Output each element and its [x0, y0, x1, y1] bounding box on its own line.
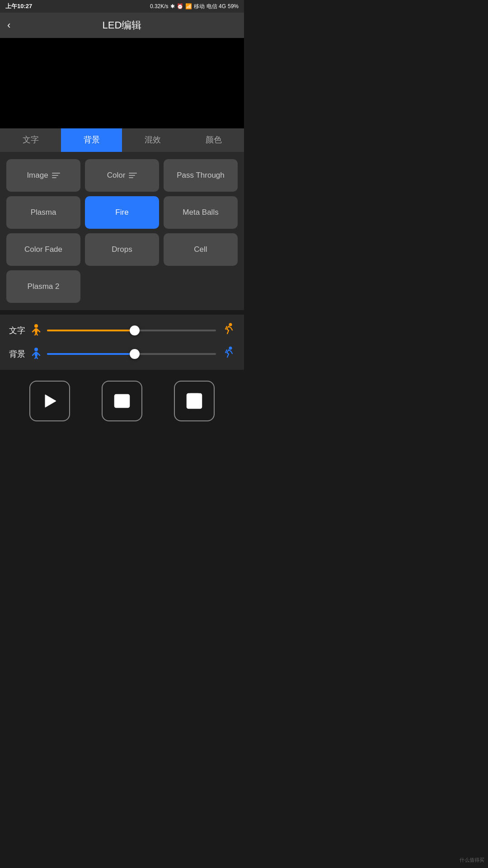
effect-grid: Image Color Pass Through Plasma Fire Met… [6, 159, 238, 303]
effect-colorfade-label: Color Fade [24, 245, 62, 254]
gallery-icon [112, 391, 132, 411]
effect-plasma-label: Plasma [31, 208, 56, 217]
status-carrier2: 电信 4G [206, 3, 226, 10]
tab-mix[interactable]: 混效 [122, 128, 183, 152]
tab-text[interactable]: 文字 [0, 128, 61, 152]
text-speed-track [47, 330, 216, 331]
status-right: 0.32K/s ✱ ⏰ 📶 移动 电信 4G 59% [150, 3, 239, 10]
bg-person-icon [32, 347, 41, 361]
svg-point-13 [229, 347, 232, 350]
save-button[interactable] [174, 381, 215, 421]
play-icon [40, 391, 60, 411]
gallery-button[interactable] [102, 381, 142, 421]
svg-rect-19 [191, 401, 198, 406]
menu-icon [129, 173, 137, 178]
svg-line-5 [36, 333, 38, 335]
effect-color-label: Color [107, 171, 126, 180]
effect-image[interactable]: Image [6, 159, 80, 192]
effect-passthrough-label: Pass Through [177, 171, 225, 180]
status-bt: ✱ [170, 3, 175, 9]
svg-point-0 [34, 324, 38, 328]
text-speed-fill [47, 330, 135, 331]
text-speed-slider[interactable] [47, 325, 216, 336]
page-title: LED编辑 [103, 19, 142, 32]
status-battery: 59% [228, 3, 239, 9]
svg-line-2 [33, 330, 35, 332]
bg-run-icon [222, 346, 235, 362]
header: ‹ LED编辑 [0, 13, 244, 38]
svg-line-9 [33, 353, 35, 355]
status-network: 0.32K/s [150, 3, 169, 9]
svg-marker-14 [45, 395, 56, 407]
menu-icon [52, 173, 60, 178]
bg-speed-row: 背景 [9, 346, 235, 362]
text-speed-thumb[interactable] [130, 326, 140, 335]
effect-plasma2-label: Plasma 2 [28, 282, 60, 291]
effect-fire[interactable]: Fire [85, 196, 159, 229]
bg-speed-fill [47, 353, 135, 355]
bottom-toolbar [0, 373, 244, 432]
status-bar: 上午10:27 0.32K/s ✱ ⏰ 📶 移动 电信 4G 59% [0, 0, 244, 13]
svg-point-6 [229, 323, 232, 326]
effect-cell[interactable]: Cell [164, 233, 238, 266]
effect-drops[interactable]: Drops [85, 233, 159, 266]
back-button[interactable]: ‹ [7, 19, 10, 31]
effect-colorfade[interactable]: Color Fade [6, 233, 80, 266]
effect-cell-label: Cell [194, 245, 207, 254]
effect-metaballs-label: Meta Balls [183, 208, 218, 217]
tab-color[interactable]: 颜色 [183, 128, 244, 152]
text-person-icon [32, 324, 41, 338]
effect-metaballs[interactable]: Meta Balls [164, 196, 238, 229]
text-speed-label: 文字 [9, 325, 25, 336]
tab-bar: 文字 背景 混效 颜色 [0, 128, 244, 152]
play-button[interactable] [29, 381, 70, 421]
save-icon [184, 391, 204, 411]
svg-rect-1 [35, 328, 38, 333]
preview-area [0, 38, 244, 128]
speed-controls: 文字 [0, 315, 244, 370]
svg-rect-15 [115, 395, 129, 407]
bg-speed-slider[interactable] [47, 349, 216, 359]
effect-plasma[interactable]: Plasma [6, 196, 80, 229]
svg-rect-8 [35, 352, 38, 356]
effect-fire-label: Fire [115, 208, 128, 217]
svg-line-10 [38, 353, 40, 355]
status-alarm: ⏰ [177, 3, 183, 9]
text-speed-row: 文字 [9, 323, 235, 338]
tab-background[interactable]: 背景 [61, 128, 122, 152]
effect-drops-label: Drops [112, 245, 132, 254]
bg-speed-track [47, 353, 216, 355]
text-run-icon [222, 323, 235, 338]
effect-color[interactable]: Color [85, 159, 159, 192]
bg-speed-thumb[interactable] [130, 349, 140, 359]
status-wifi: 📶 [185, 3, 192, 9]
bg-speed-label: 背景 [9, 349, 25, 359]
status-carrier1: 移动 [194, 3, 205, 10]
svg-line-3 [38, 330, 40, 332]
effect-image-label: Image [27, 171, 48, 180]
effect-passthrough[interactable]: Pass Through [164, 159, 238, 192]
svg-line-12 [36, 356, 38, 359]
svg-point-7 [34, 348, 38, 351]
status-time: 上午10:27 [5, 2, 32, 10]
effect-plasma2[interactable]: Plasma 2 [6, 270, 80, 303]
grid-area: Image Color Pass Through Plasma Fire Met… [0, 152, 244, 310]
